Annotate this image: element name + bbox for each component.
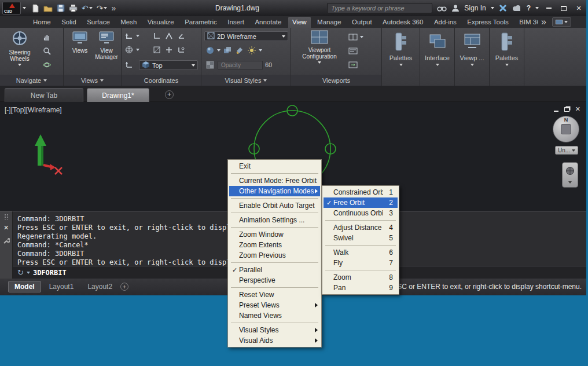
new-layout-button[interactable]: +: [120, 283, 128, 291]
open-folder-icon[interactable]: [43, 5, 53, 12]
ribbon-tab-solid[interactable]: Solid: [57, 17, 80, 28]
search-input[interactable]: [327, 3, 432, 13]
viewport-named-button[interactable]: [348, 46, 358, 56]
chevron-down-icon[interactable]: [568, 181, 572, 184]
customize-wrench-icon[interactable]: [3, 236, 10, 247]
menu-item-visual-styles[interactable]: Visual Styles: [229, 325, 320, 335]
visual-style-tools[interactable]: [205, 46, 262, 55]
ribbon-tab-express-tools[interactable]: Express Tools: [463, 17, 512, 28]
panel-viewport-tools[interactable]: Viewp ...: [455, 28, 490, 86]
ucs-origin-button[interactable]: [124, 60, 134, 69]
ribbon-tab-mesh[interactable]: Mesh: [116, 17, 141, 28]
ribbon-tab-visualize[interactable]: Visualize: [144, 17, 178, 28]
submenu-item-walk[interactable]: Walk6: [324, 247, 398, 258]
tab-layout1[interactable]: Layout1: [43, 281, 80, 292]
opacity-slider[interactable]: Opacity: [218, 61, 263, 69]
menu-item-perspective[interactable]: Perspective: [229, 275, 320, 286]
viewport-controls-label[interactable]: [-][Top][Wireframe]: [5, 106, 62, 114]
submenu-item-free-orbit[interactable]: ✓Free Orbit2: [324, 197, 398, 208]
menu-item-current-mode[interactable]: Current Mode: Free Orbit: [229, 175, 320, 186]
viewport-new-button[interactable]: [348, 32, 363, 42]
submenu-item-zoom[interactable]: Zoom8: [324, 272, 398, 283]
menu-item-animation-settings[interactable]: Animation Settings ...: [229, 215, 320, 225]
minimize-button[interactable]: [543, 3, 554, 13]
submenu-item-pan[interactable]: Pan9: [324, 283, 398, 293]
ribbon-display-button[interactable]: [552, 17, 571, 27]
viewport-configuration-button[interactable]: Viewport Configuration: [299, 30, 340, 64]
ribbon-tab-home[interactable]: Home: [29, 17, 55, 28]
panel-label-visual-styles[interactable]: Visual Styles: [201, 75, 291, 86]
menu-item-exit[interactable]: Exit: [229, 161, 320, 171]
panel-label-navigate[interactable]: Navigate: [0, 75, 63, 86]
world-ucs-button[interactable]: [124, 45, 139, 54]
submenu-item-constrained-orbit[interactable]: Constrained Orbit1: [324, 187, 398, 197]
panel-label-coordinates[interactable]: Coordinates: [122, 75, 201, 86]
drawing-restore-icon[interactable]: [564, 106, 569, 113]
menu-item-named-views[interactable]: Named Views: [229, 310, 320, 321]
command-input-value[interactable]: 3DFORBIT: [33, 269, 67, 277]
chevron-down-icon[interactable]: [491, 7, 494, 9]
menu-item-zoom-window[interactable]: Zoom Window: [229, 229, 320, 240]
zoom-button[interactable]: [42, 46, 52, 56]
coordinate-tools-row-2[interactable]: [152, 45, 186, 54]
viewcube-north-label[interactable]: N: [553, 117, 579, 123]
ribbon-tab-parametric[interactable]: Parametric: [181, 17, 221, 28]
chevron-down-icon[interactable]: [535, 7, 539, 9]
ribbon-tab-autodesk-360[interactable]: Autodesk 360: [378, 17, 427, 28]
sign-in-button[interactable]: Sign In: [464, 4, 486, 12]
drawing-minimize-icon[interactable]: [554, 106, 558, 113]
exchange-apps-icon[interactable]: [499, 4, 507, 12]
submenu-item-continuous-orbit[interactable]: Continuous Orbit3: [324, 208, 398, 218]
help-button[interactable]: ?: [527, 4, 531, 12]
menu-item-zoom-previous[interactable]: Zoom Previous: [229, 250, 320, 261]
full-navigation-wheel-icon[interactable]: [565, 166, 575, 178]
ribbon-tab-annotate[interactable]: Annotate: [251, 17, 285, 28]
ribbon-overflow-icon[interactable]: »: [541, 17, 546, 27]
undo-icon[interactable]: ↶: [82, 3, 93, 13]
pan-button[interactable]: [42, 32, 52, 42]
ribbon-tab-view[interactable]: View: [288, 17, 311, 28]
submenu-item-fly[interactable]: Fly7: [324, 258, 398, 268]
ribbon-tab-manage[interactable]: Manage: [313, 17, 346, 28]
viewcube[interactable]: N: [553, 116, 579, 142]
submenu-item-adjust-distance[interactable]: Adjust Distance4: [324, 222, 398, 233]
viewcube-view-button[interactable]: Un...: [555, 146, 578, 155]
new-file-icon[interactable]: [32, 4, 39, 13]
command-close-icon[interactable]: ✕: [3, 224, 9, 232]
coordinate-tools-row-1[interactable]: [152, 31, 186, 41]
panel-label-viewports[interactable]: Viewports: [291, 75, 381, 86]
a360-icon[interactable]: [512, 5, 522, 12]
ribbon-tab-output[interactable]: Output: [348, 17, 376, 28]
submenu-item-swivel[interactable]: Swivel5: [324, 233, 398, 243]
qat-customize-icon[interactable]: »: [111, 3, 116, 13]
viewcube-face[interactable]: [561, 124, 571, 134]
view-manager-button[interactable]: View Manager: [94, 31, 119, 60]
maximize-button[interactable]: [558, 3, 569, 13]
ribbon-tab-surface[interactable]: Surface: [83, 17, 114, 28]
menu-item-parallel[interactable]: ✓Parallel: [229, 265, 320, 275]
application-menu-button[interactable]: C3D: [0, 0, 28, 16]
menu-item-preset-views[interactable]: Preset Views: [229, 300, 320, 310]
steering-wheels-button[interactable]: Steering Wheels: [5, 30, 35, 66]
tab-drawing1[interactable]: Drawing1*: [87, 88, 149, 102]
tab-model[interactable]: Model: [8, 281, 41, 292]
visual-style-select[interactable]: 2D Wireframe: [204, 31, 288, 41]
chevron-down-icon[interactable]: [27, 272, 30, 274]
close-button[interactable]: ✕: [574, 3, 584, 13]
menu-item-other-navigation-modes[interactable]: Other Navigation Modes: [229, 186, 320, 196]
ribbon-tab-insert[interactable]: Insert: [223, 17, 248, 28]
ucs-tool-button[interactable]: [124, 31, 139, 41]
menu-item-reset-view[interactable]: Reset View: [229, 290, 320, 300]
panel-palettes[interactable]: Palettes: [382, 28, 420, 86]
save-icon[interactable]: [57, 4, 65, 12]
orbit-button[interactable]: [42, 60, 52, 69]
ribbon-tab-add-ins[interactable]: Add-ins: [430, 17, 461, 28]
view-direction-select[interactable]: Top: [139, 60, 198, 70]
command-window-grip[interactable]: ✕: [0, 211, 13, 279]
viewport-join-button[interactable]: [348, 60, 358, 69]
panel-interface[interactable]: Interface: [420, 28, 455, 86]
new-drawing-button[interactable]: +: [165, 90, 174, 99]
menu-item-enable-orbit-auto-target[interactable]: Enable Orbit Auto Target: [229, 200, 320, 211]
redo-icon[interactable]: ↷: [97, 3, 108, 13]
menu-item-visual-aids[interactable]: Visual Aids: [229, 335, 320, 346]
